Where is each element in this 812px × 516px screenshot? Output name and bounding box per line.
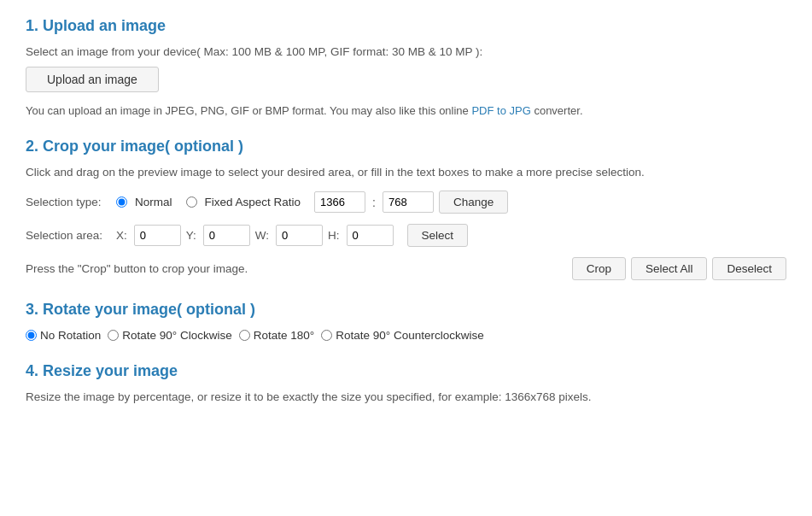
upload-info-suffix: converter. — [531, 104, 583, 117]
cw90-option: Rotate 90° Clockwise — [108, 329, 231, 342]
resize-heading: 4. Resize your image — [26, 362, 786, 380]
aspect-height-input[interactable] — [383, 191, 434, 213]
normal-radio[interactable] — [116, 196, 127, 208]
fixed-ratio-radio[interactable] — [186, 196, 197, 208]
cw90-radio[interactable] — [108, 330, 119, 341]
upload-info-text: You can upload an image in JPEG, PNG, GI… — [26, 104, 471, 117]
normal-radio-label: Normal — [135, 196, 172, 208]
rotate-section: 3. Rotate your image( optional ) No Rota… — [26, 301, 786, 342]
x-label: X: — [116, 229, 127, 242]
selection-area-label: Selection area: — [26, 229, 111, 242]
selection-type-group: Normal Fixed Aspect Ratio : Change — [116, 191, 508, 214]
crop-heading: 2. Crop your image( optional ) — [26, 138, 786, 155]
crop-prompt-text: Press the "Crop" button to crop your ima… — [26, 262, 572, 275]
h-input[interactable] — [347, 225, 394, 246]
select-all-button[interactable]: Select All — [631, 257, 708, 280]
r180-option: Rotate 180° — [239, 329, 314, 342]
selection-area-row: Selection area: X: Y: W: H: Select — [26, 224, 786, 247]
fixed-ratio-label: Fixed Aspect Ratio — [205, 196, 301, 208]
y-input[interactable] — [203, 225, 250, 246]
crop-actions: Crop Select All Deselect — [572, 257, 786, 280]
crop-description: Click and drag on the preview image to s… — [26, 166, 786, 179]
rotate-heading: 3. Rotate your image( optional ) — [26, 301, 786, 319]
change-button[interactable]: Change — [439, 191, 508, 214]
rotate-options-group: No Rotation Rotate 90° Clockwise Rotate … — [26, 329, 786, 342]
no-rotation-label: No Rotation — [40, 329, 101, 342]
r180-radio[interactable] — [239, 330, 250, 341]
ccw90-label: Rotate 90° Counterclockwise — [336, 329, 483, 342]
x-input[interactable] — [134, 225, 181, 246]
crop-button[interactable]: Crop — [572, 257, 626, 280]
upload-info: You can upload an image in JPEG, PNG, GI… — [26, 104, 786, 117]
cw90-label: Rotate 90° Clockwise — [122, 329, 231, 342]
select-button[interactable]: Select — [407, 224, 469, 247]
no-rotation-radio[interactable] — [26, 330, 37, 341]
deselect-button[interactable]: Deselect — [712, 257, 786, 280]
aspect-width-input[interactable] — [314, 191, 365, 213]
pdf-to-jpg-link[interactable]: PDF to JPG — [471, 104, 530, 117]
y-label: Y: — [186, 229, 196, 242]
w-label: W: — [255, 229, 269, 242]
upload-heading: 1. Upload an image — [26, 17, 786, 35]
crop-section: 2. Crop your image( optional ) Click and… — [26, 138, 786, 280]
ccw90-option: Rotate 90° Counterclockwise — [321, 329, 483, 342]
selection-type-label: Selection type: — [26, 196, 111, 208]
upload-button[interactable]: Upload an image — [26, 67, 159, 92]
resize-section: 4. Resize your image Resize the image by… — [26, 362, 786, 403]
crop-buttons-row: Press the "Crop" button to crop your ima… — [26, 257, 786, 280]
aspect-separator: : — [372, 196, 376, 209]
upload-section: 1. Upload an image Select an image from … — [26, 17, 786, 117]
upload-description: Select an image from your device( Max: 1… — [26, 45, 786, 58]
resize-description: Resize the image by percentage, or resiz… — [26, 390, 786, 403]
no-rotation-option: No Rotation — [26, 329, 101, 342]
w-input[interactable] — [276, 225, 323, 246]
r180-label: Rotate 180° — [254, 329, 314, 342]
ccw90-radio[interactable] — [321, 330, 332, 341]
h-label: H: — [328, 229, 340, 242]
selection-type-row: Selection type: Normal Fixed Aspect Rati… — [26, 191, 786, 214]
